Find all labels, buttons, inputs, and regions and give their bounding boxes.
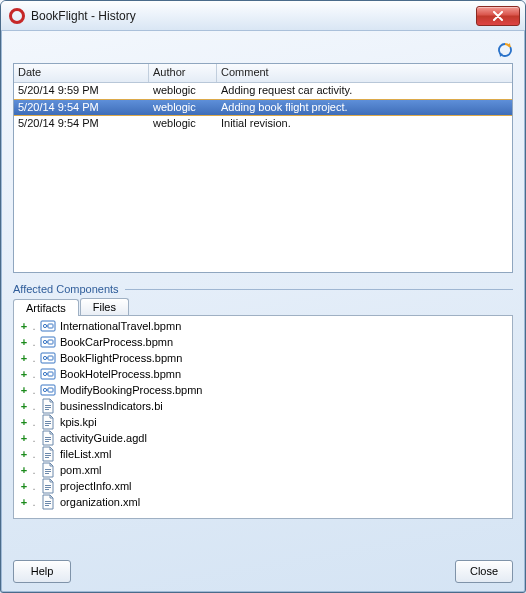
svg-rect-38 [45, 489, 49, 490]
svg-rect-24 [45, 421, 51, 422]
components-panel[interactable]: +.InternationalTravel.bpmn+.BookCarProce… [13, 315, 513, 519]
dot-icon: . [30, 448, 38, 460]
dialog-window: BookFlight - History Date Author Com [0, 0, 526, 593]
svg-rect-36 [45, 485, 51, 486]
component-row[interactable]: +.fileList.xml [14, 446, 512, 462]
dot-icon: . [30, 496, 38, 508]
added-icon: + [18, 336, 30, 348]
file-name: ModifyBookingProcess.bpmn [58, 384, 202, 396]
history-body[interactable]: 5/20/14 9:59 PMweblogicAdding request ca… [14, 83, 512, 272]
close-button[interactable]: Close [455, 560, 513, 583]
file-icon [40, 462, 56, 478]
history-header: Date Author Comment [14, 64, 512, 83]
file-icon [40, 430, 56, 446]
cell-comment: Adding book flight project. [217, 100, 512, 115]
component-row[interactable]: +.activityGuide.agdl [14, 430, 512, 446]
file-name: fileList.xml [58, 448, 111, 460]
dot-icon: . [30, 336, 38, 348]
file-name: projectInfo.xml [58, 480, 132, 492]
file-name: InternationalTravel.bpmn [58, 320, 181, 332]
svg-rect-35 [45, 473, 49, 474]
added-icon: + [18, 416, 30, 428]
cell-date: 5/20/14 9:59 PM [14, 83, 149, 99]
dot-icon: . [30, 480, 38, 492]
dot-icon: . [30, 320, 38, 332]
file-icon [40, 478, 56, 494]
svg-rect-25 [45, 423, 51, 424]
history-table: Date Author Comment 5/20/14 9:59 PMweblo… [13, 63, 513, 273]
bpmn-file-icon [40, 350, 56, 366]
file-name: organization.xml [58, 496, 140, 508]
help-button[interactable]: Help [13, 560, 71, 583]
window-close-button[interactable] [476, 6, 520, 26]
component-row[interactable]: +.BookFlightProcess.bpmn [14, 350, 512, 366]
close-icon [492, 11, 504, 21]
oracle-logo-icon [9, 8, 25, 24]
svg-rect-37 [45, 487, 51, 488]
window-title: BookFlight - History [31, 9, 476, 23]
column-header-author[interactable]: Author [149, 64, 217, 82]
svg-rect-39 [45, 501, 51, 502]
column-header-date[interactable]: Date [14, 64, 149, 82]
component-row[interactable]: +.businessIndicators.bi [14, 398, 512, 414]
dot-icon: . [30, 400, 38, 412]
svg-rect-34 [45, 471, 51, 472]
divider [125, 289, 513, 290]
svg-rect-23 [45, 409, 49, 410]
svg-rect-22 [45, 407, 51, 408]
tab-artifacts[interactable]: Artifacts [13, 299, 79, 316]
file-name: kpis.kpi [58, 416, 97, 428]
dot-icon: . [30, 416, 38, 428]
added-icon: + [18, 384, 30, 396]
svg-rect-41 [45, 505, 49, 506]
component-row[interactable]: +.organization.xml [14, 494, 512, 510]
group-label-text: Affected Components [13, 283, 119, 295]
svg-rect-40 [45, 503, 51, 504]
svg-rect-33 [45, 469, 51, 470]
component-row[interactable]: +.BookHotelProcess.bpmn [14, 366, 512, 382]
added-icon: + [18, 480, 30, 492]
dot-icon: . [30, 464, 38, 476]
file-name: BookFlightProcess.bpmn [58, 352, 182, 364]
dot-icon: . [30, 432, 38, 444]
file-icon [40, 414, 56, 430]
history-row[interactable]: 5/20/14 9:54 PMweblogicAdding book fligh… [14, 99, 512, 116]
column-header-comment[interactable]: Comment [217, 64, 512, 82]
component-row[interactable]: +.ModifyBookingProcess.bpmn [14, 382, 512, 398]
svg-rect-30 [45, 453, 51, 454]
svg-rect-28 [45, 439, 51, 440]
added-icon: + [18, 432, 30, 444]
added-icon: + [18, 400, 30, 412]
refresh-icon[interactable] [497, 42, 513, 58]
cell-author: weblogic [149, 100, 217, 115]
svg-rect-27 [45, 437, 51, 438]
component-row[interactable]: +.pom.xml [14, 462, 512, 478]
title-bar: BookFlight - History [1, 1, 525, 31]
component-row[interactable]: +.kpis.kpi [14, 414, 512, 430]
tab-files[interactable]: Files [80, 298, 129, 315]
added-icon: + [18, 448, 30, 460]
added-icon: + [18, 464, 30, 476]
file-icon [40, 398, 56, 414]
cell-date: 5/20/14 9:54 PM [14, 116, 149, 132]
component-row[interactable]: +.projectInfo.xml [14, 478, 512, 494]
svg-point-0 [11, 9, 24, 22]
component-row[interactable]: +.InternationalTravel.bpmn [14, 318, 512, 334]
bpmn-file-icon [40, 318, 56, 334]
file-name: pom.xml [58, 464, 102, 476]
cell-comment: Adding request car activity. [217, 83, 512, 99]
svg-rect-32 [45, 457, 49, 458]
file-name: BookHotelProcess.bpmn [58, 368, 181, 380]
bpmn-file-icon [40, 366, 56, 382]
component-row[interactable]: +.BookCarProcess.bpmn [14, 334, 512, 350]
dialog-footer: Help Close [1, 550, 525, 592]
history-row[interactable]: 5/20/14 9:54 PMweblogicInitial revision. [14, 116, 512, 132]
svg-rect-21 [45, 405, 51, 406]
added-icon: + [18, 496, 30, 508]
file-name: BookCarProcess.bpmn [58, 336, 173, 348]
added-icon: + [18, 368, 30, 380]
toolbar [13, 39, 513, 61]
svg-rect-29 [45, 441, 49, 442]
dialog-body: Date Author Comment 5/20/14 9:59 PMweblo… [1, 31, 525, 550]
history-row[interactable]: 5/20/14 9:59 PMweblogicAdding request ca… [14, 83, 512, 99]
